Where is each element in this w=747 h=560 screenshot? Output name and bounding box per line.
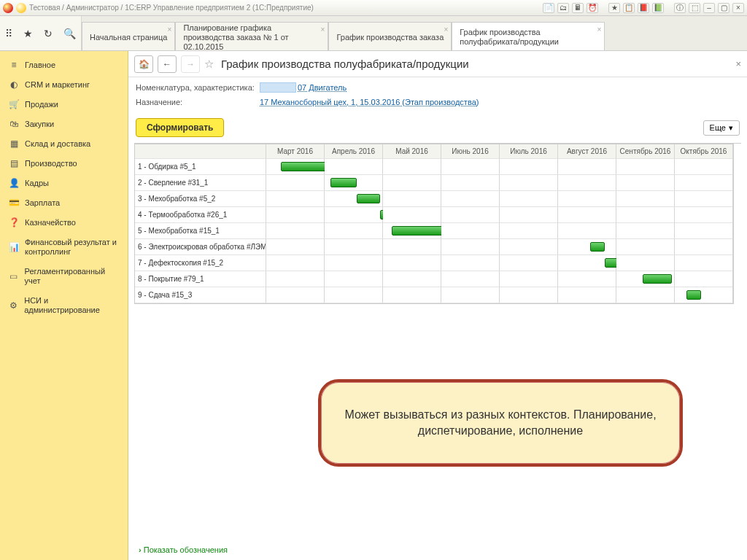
gantt-bar[interactable]: [643, 274, 672, 284]
sidebar-label: Кадры: [25, 179, 49, 188]
search-icon[interactable]: 🔍: [63, 28, 76, 39]
toolbar-btn[interactable]: ★: [608, 3, 620, 13]
sidebar-item[interactable]: ◐CRM и маркетинг: [0, 75, 128, 95]
gantt-cell: [558, 191, 616, 207]
gantt-cell: [383, 223, 441, 239]
gantt-cell: [383, 191, 441, 207]
gantt-cell: [616, 207, 675, 223]
sidebar-icon: 👤: [9, 179, 19, 188]
maximize-button[interactable]: ▢: [718, 3, 729, 13]
tab[interactable]: График производства заказа×: [328, 22, 452, 50]
sidebar-label: Финансовый результат и контроллинг: [25, 238, 120, 257]
gantt-bar[interactable]: [590, 242, 605, 252]
home-button[interactable]: 🏠: [134, 55, 153, 73]
gantt-cell: [266, 255, 325, 271]
params: Номенклатура, характеристика: 07 Двигате…: [128, 77, 747, 114]
sidebar-label: Производство: [25, 159, 77, 168]
toolbar-btn[interactable]: 🖩: [572, 3, 584, 13]
gantt-col-header: Март 2016: [266, 144, 325, 159]
generate-button[interactable]: Сформировать: [136, 118, 224, 137]
gantt-cell: [441, 255, 500, 271]
gantt-bar[interactable]: [686, 290, 701, 300]
sidebar-item[interactable]: ❓Казначейство: [0, 213, 128, 233]
param-label: Назначение:: [136, 98, 260, 106]
gantt-row-label: 5 - Мехобработка #15_1: [135, 223, 266, 239]
star-icon[interactable]: ★: [23, 28, 33, 39]
gantt-cell: [383, 175, 441, 191]
forward-button[interactable]: →: [181, 55, 200, 73]
close-icon[interactable]: ×: [168, 25, 172, 34]
gantt-area[interactable]: Март 2016Апрель 2016Май 2016Июнь 2016Июл…: [134, 143, 741, 560]
tab[interactable]: Планирование графика производства заказа…: [175, 22, 328, 50]
sidebar-item[interactable]: ≡Главное: [0, 55, 128, 75]
gantt-cell: [266, 239, 325, 255]
minimize-button[interactable]: –: [703, 3, 715, 13]
gantt-row-label: 9 - Сдача #15_3: [135, 287, 266, 303]
gantt-cell: [558, 271, 616, 287]
toolbar-btn[interactable]: 📄: [543, 3, 554, 13]
sidebar-item[interactable]: ▤Производство: [0, 154, 128, 174]
gantt-col-header: Май 2016: [383, 144, 441, 159]
gantt-cell: [266, 287, 325, 303]
titlebar: Тестовая / Администратор / 1C:ERP Управл…: [0, 0, 747, 16]
sidebar-item[interactable]: ▭Регламентированный учет: [0, 262, 128, 291]
gantt-cell: [675, 287, 733, 303]
gantt-cell: [266, 191, 325, 207]
close-icon[interactable]: ×: [444, 25, 448, 34]
gantt-col-header: Август 2016: [558, 144, 616, 159]
toolbar-btn[interactable]: ⏰: [587, 3, 598, 13]
gantt-cell: [325, 271, 383, 287]
gantt-cell: [616, 255, 675, 271]
gantt-cell: [383, 255, 441, 271]
toolbar-btn[interactable]: ⓘ: [674, 3, 686, 13]
sidebar-label: Продажи: [25, 100, 58, 109]
favorite-icon[interactable]: ☆: [204, 58, 214, 71]
gantt-bar[interactable]: [357, 194, 380, 203]
tab[interactable]: График производства полуфабриката/продук…: [452, 22, 605, 50]
gantt-cell: [558, 239, 616, 255]
gantt-cell: [500, 159, 558, 175]
close-icon[interactable]: ×: [597, 25, 601, 34]
sidebar-item[interactable]: 🛍Закупки: [0, 114, 128, 134]
sidebar-icon: 📊: [9, 243, 19, 252]
sidebar-item[interactable]: 🛒Продажи: [0, 95, 128, 114]
gantt-cell: [325, 207, 383, 223]
sidebar-item[interactable]: 📊Финансовый результат и контроллинг: [0, 233, 128, 262]
nomenclature-field[interactable]: [260, 82, 296, 93]
close-icon[interactable]: ×: [321, 25, 325, 34]
toolbar-btn[interactable]: 📗: [652, 3, 664, 13]
gantt-row-label: 6 - Электроискровая обработка #ЛЭМО_1: [135, 239, 266, 255]
toolbar-btn[interactable]: ⬚: [689, 3, 700, 13]
assignment-link[interactable]: 17 Механосборный цех, 1, 15.03.2016 (Эта…: [260, 98, 479, 106]
history-icon[interactable]: ↻: [44, 28, 53, 39]
toolbar-btn[interactable]: 📋: [623, 3, 635, 13]
sidebar-item[interactable]: ▦Склад и доставка: [0, 134, 128, 154]
legend-toggle[interactable]: Показать обозначения: [139, 545, 228, 554]
gantt-cell: [266, 223, 325, 239]
back-button[interactable]: ←: [158, 55, 177, 73]
close-button[interactable]: ×: [732, 3, 744, 13]
close-page-button[interactable]: ×: [735, 58, 741, 69]
more-button[interactable]: Еще▾: [703, 120, 740, 136]
gantt-cell: [616, 239, 675, 255]
gantt-cell: [325, 223, 383, 239]
sidebar-item[interactable]: 💳Зарплата: [0, 193, 128, 213]
gantt-bar[interactable]: [330, 178, 357, 187]
toolbar-btn[interactable]: 📕: [638, 3, 649, 13]
callout-text: Может вызываться из разных контекстов. П…: [340, 407, 661, 439]
gantt-bar[interactable]: [281, 162, 330, 171]
gantt-cell: [675, 223, 733, 239]
action-row: Сформировать Еще▾: [128, 114, 747, 143]
gantt-cell: [558, 207, 616, 223]
sidebar-icon: 🛍: [9, 120, 19, 129]
gantt-cell: [500, 271, 558, 287]
tab[interactable]: Начальная страница×: [82, 22, 175, 50]
sidebar-item[interactable]: ⚙НСИ и администрирование: [0, 291, 128, 320]
gantt-cell: [266, 271, 325, 287]
sidebar-item[interactable]: 👤Кадры: [0, 174, 128, 193]
nomenclature-link[interactable]: 07 Двигатель: [298, 83, 347, 92]
tab-label: Начальная страница: [90, 33, 167, 42]
apps-icon[interactable]: ⠿: [5, 28, 12, 39]
gantt-chart: Март 2016Апрель 2016Май 2016Июнь 2016Июл…: [134, 144, 734, 304]
toolbar-btn[interactable]: 🗂: [557, 3, 569, 13]
